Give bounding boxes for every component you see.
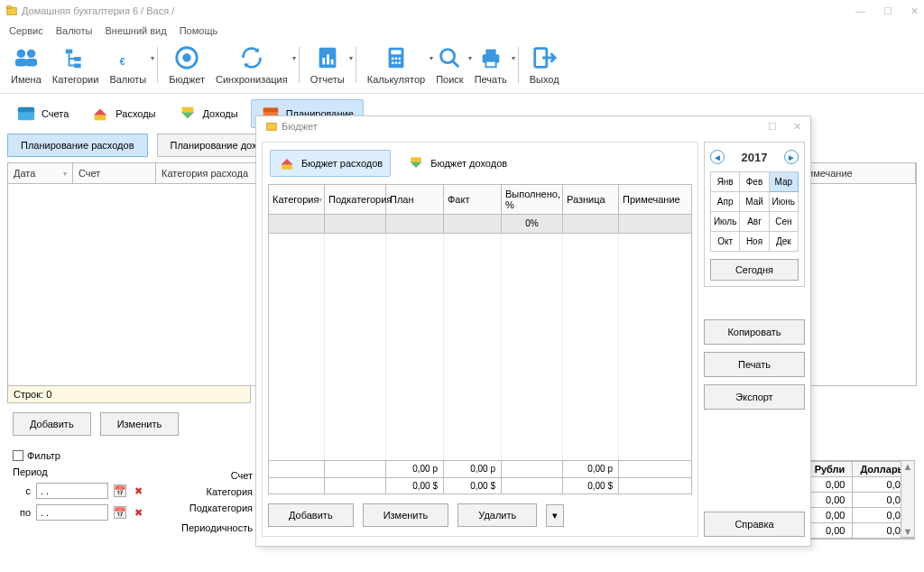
- tb-sync[interactable]: Синхронизация ▾: [210, 43, 293, 86]
- from-date-input[interactable]: . .: [36, 483, 108, 499]
- subcategory-label: Подкатегория: [171, 503, 253, 513]
- dialog-delete-dropdown[interactable]: ▾: [546, 504, 564, 527]
- tb-print[interactable]: Печать ▾: [469, 43, 513, 86]
- maximize-button[interactable]: ☐: [883, 5, 892, 17]
- month-Авг[interactable]: Авг: [740, 212, 769, 232]
- table-cell: 0,00: [807, 477, 853, 493]
- sum-plan-r: 0,00 р: [386, 461, 444, 477]
- month-Июнь[interactable]: Июнь: [770, 192, 799, 212]
- month-Ноя[interactable]: Ноя: [740, 232, 769, 252]
- col-account[interactable]: Счет: [73, 163, 156, 183]
- app-icon: [5, 5, 18, 17]
- col-category[interactable]: Категория▾: [269, 185, 325, 214]
- month-Окт[interactable]: Окт: [711, 232, 740, 252]
- svg-rect-32: [95, 115, 106, 120]
- svg-rect-5: [25, 59, 37, 66]
- month-Дек[interactable]: Дек: [770, 232, 799, 252]
- dialog-add-button[interactable]: Добавить: [268, 503, 354, 527]
- col-note[interactable]: Примечание: [619, 185, 691, 214]
- export-button[interactable]: Экспорт: [704, 384, 805, 410]
- help-button[interactable]: Справка: [704, 512, 805, 537]
- month-grid: ЯнвФевМарАпрМайИюньИюльАвгСенОктНояДек: [710, 171, 799, 252]
- sum-fact-d: 0,00 $: [444, 477, 502, 494]
- col-fact[interactable]: Факт: [444, 185, 502, 214]
- month-Май[interactable]: Май: [740, 192, 769, 212]
- chevron-down-icon[interactable]: ▾: [512, 54, 515, 62]
- dialog-edit-button[interactable]: Изменить: [363, 503, 449, 527]
- dialog-maximize-button[interactable]: ☐: [768, 121, 777, 133]
- printer-icon: [477, 44, 504, 71]
- chevron-down-icon: ▾: [552, 510, 558, 521]
- tab-budget-income[interactable]: Бюджет доходов: [400, 150, 514, 177]
- sum-diff-r: 0,00 р: [563, 461, 619, 477]
- chevron-down-icon[interactable]: ▾: [349, 54, 353, 62]
- menu-help[interactable]: Помощь: [180, 25, 218, 36]
- tb-names[interactable]: Имена: [5, 43, 47, 86]
- tab-accounts[interactable]: Счета: [7, 100, 78, 127]
- tab-budget-expenses[interactable]: Бюджет расходов: [270, 150, 391, 177]
- calendar-picker-icon[interactable]: 📅: [114, 506, 126, 519]
- month-Июль[interactable]: Июль: [711, 212, 740, 232]
- dialog-close-button[interactable]: ✕: [793, 121, 801, 133]
- account-label: Счет: [171, 470, 253, 481]
- tab-expenses[interactable]: Расходы: [81, 100, 164, 127]
- tb-exit[interactable]: Выход: [524, 43, 565, 86]
- tb-budget[interactable]: Бюджет: [163, 43, 210, 86]
- clear-icon[interactable]: ✖: [132, 484, 144, 497]
- tb-categories[interactable]: Категории: [47, 43, 105, 86]
- folder-icon: [265, 120, 278, 133]
- chevron-down-icon[interactable]: ▾: [292, 54, 296, 62]
- add-button[interactable]: Добавить: [13, 412, 91, 436]
- from-label: с: [13, 485, 31, 496]
- col-subcategory[interactable]: Подкатегория: [325, 185, 386, 214]
- svg-rect-36: [267, 124, 277, 131]
- scroll-down-icon[interactable]: ▼: [903, 526, 913, 537]
- filter-checkbox[interactable]: Фильтр: [13, 450, 144, 461]
- totals-rub-header: Рубли: [807, 462, 853, 477]
- edit-button[interactable]: Изменить: [100, 412, 180, 436]
- subtab-plan-expenses[interactable]: Планирование расходов: [7, 134, 148, 157]
- window-titlebar: Домашняя бухгалтерия 6 / Вася / — ☐ ✕: [0, 0, 924, 22]
- col-plan[interactable]: План: [386, 185, 444, 214]
- col-diff[interactable]: Разница: [563, 185, 619, 214]
- svg-rect-31: [18, 107, 34, 113]
- col-date[interactable]: Дата▾: [8, 163, 73, 183]
- svg-rect-37: [282, 165, 292, 170]
- clear-icon[interactable]: ✖: [132, 506, 144, 519]
- month-Сен[interactable]: Сен: [770, 212, 799, 232]
- scroll-up-icon[interactable]: ▲: [903, 461, 913, 472]
- dialog-delete-button[interactable]: Удалить: [457, 503, 537, 527]
- month-Апр[interactable]: Апр: [711, 192, 740, 212]
- minimize-button[interactable]: —: [855, 5, 865, 17]
- svg-rect-6: [65, 50, 72, 54]
- to-date-input[interactable]: . .: [36, 504, 108, 521]
- chevron-down-icon[interactable]: ▾: [151, 54, 154, 62]
- close-button[interactable]: ✕: [910, 5, 919, 17]
- tb-reports[interactable]: Отчеты ▾: [305, 43, 350, 86]
- next-year-button[interactable]: ►: [784, 150, 799, 164]
- main-toolbar: Имена Категории € Валюты ▾ Бюджет Синхро…: [0, 40, 924, 94]
- menu-appearance[interactable]: Внешний вид: [106, 25, 167, 36]
- copy-button[interactable]: Копировать: [704, 319, 805, 345]
- today-button[interactable]: Сегодня: [710, 259, 799, 281]
- sync-icon: [238, 44, 265, 71]
- col-done[interactable]: Выполнено, %: [502, 185, 563, 214]
- tb-calc[interactable]: Калькулятор ▾: [362, 43, 430, 86]
- scrollbar[interactable]: ▲▼: [901, 460, 915, 538]
- prev-year-button[interactable]: ◄: [710, 150, 725, 164]
- calendar-picker-icon[interactable]: 📅: [114, 484, 126, 497]
- print-button[interactable]: Печать: [704, 352, 805, 377]
- svg-rect-8: [74, 64, 81, 69]
- menu-currencies[interactable]: Валюты: [56, 25, 93, 36]
- month-Мар[interactable]: Мар: [770, 172, 799, 192]
- month-Янв[interactable]: Янв: [711, 172, 740, 192]
- svg-rect-1: [7, 6, 11, 9]
- tree-icon: [62, 44, 89, 71]
- table-cell: 0,00: [807, 508, 853, 523]
- tab-income[interactable]: Доходы: [169, 100, 247, 127]
- menu-service[interactable]: Сервис: [9, 25, 43, 36]
- budget-grid-body[interactable]: [268, 234, 692, 460]
- month-Фев[interactable]: Фев: [740, 172, 769, 192]
- tb-currencies[interactable]: € Валюты ▾: [104, 43, 152, 86]
- tb-search[interactable]: Поиск ▾: [430, 43, 468, 86]
